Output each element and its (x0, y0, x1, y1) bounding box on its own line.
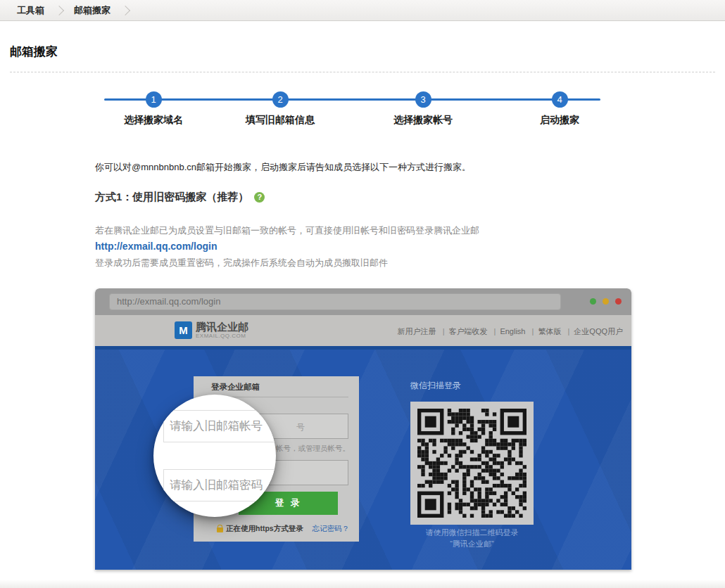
magnified-account-placeholder: 请输入旧邮箱帐号 (163, 410, 276, 442)
login-panel-footer: 正在使用https方式登录 忘记密码？ (217, 524, 349, 534)
help-icon[interactable]: ? (254, 192, 265, 203)
method1-heading: 方式1：使用旧密码搬家（推荐）? (95, 191, 265, 204)
step-3-number: 3 (415, 91, 431, 108)
traffic-light-green-icon (590, 298, 596, 305)
method1-heading-text: 方式1：使用旧密码搬家（推荐） (95, 191, 248, 203)
qr-code-svg (417, 409, 527, 518)
magnified-password-placeholder: 请输入旧邮箱密码 (163, 469, 276, 501)
address-bar: http://exmail.qq.com/login (109, 293, 561, 310)
wechat-caption-line2: “腾讯企业邮” (400, 538, 544, 549)
login-screenshot-image: http://exmail.qq.com/login M 腾讯企业邮 EXMAI… (95, 288, 631, 570)
step-4-number: 4 (552, 91, 568, 108)
exmail-header: M 腾讯企业邮 EXMAIL.QQ.COM 新用户注册 客户端收发 Englis… (95, 315, 631, 346)
link-traditional: 繁体版 (528, 327, 562, 335)
link-client-mail: 客户端收发 (439, 327, 488, 335)
chevron-right-icon (120, 5, 130, 15)
step-1-number: 1 (146, 91, 162, 108)
login-page-body: 登录企业邮箱 号 帐号，或管理员帐号。 登 录 正在使用https方式登录 忘记… (95, 350, 631, 570)
method1-description: 若在腾讯企业邮已为成员设置与旧邮箱一致的帐号，可直接使用旧帐号和旧密码登录腾讯企… (95, 222, 479, 271)
account-hint: 帐号，或管理员帐号。 (276, 444, 350, 454)
method1-desc-line1: 若在腾讯企业邮已为成员设置与旧邮箱一致的帐号，可直接使用旧帐号和旧密码登录腾讯企… (95, 222, 479, 238)
https-note: 正在使用https方式登录 (226, 524, 303, 534)
method1-desc-line2: 登录成功后需要成员重置密码，完成操作后系统会自动为成员搬取旧邮件 (95, 255, 479, 271)
step-2-number: 2 (272, 91, 289, 108)
exmail-logo: M 腾讯企业邮 EXMAIL.QQ.COM (175, 321, 248, 339)
account-input-fragment: 号 (296, 421, 305, 433)
exmail-login-link[interactable]: http://exmail.qq.com/login (95, 241, 217, 252)
divider (10, 72, 715, 72)
link-new-user-register: 新用户注册 (398, 327, 436, 335)
magnifier-circle: 请输入旧邮箱帐号 请输入旧邮箱密码 (153, 395, 276, 517)
chevron-right-icon (54, 5, 64, 15)
breadcrumb-item-toolbox[interactable]: 工具箱 (17, 4, 44, 17)
step-2-label: 填写旧邮箱信息 (246, 114, 315, 127)
step-4: 4 启动搬家 (540, 91, 579, 127)
link-english: English (490, 327, 526, 335)
qr-code (410, 402, 534, 525)
step-3: 3 选择搬家帐号 (393, 91, 453, 127)
breadcrumb-item-mail-migration: 邮箱搬家 (74, 4, 111, 17)
bottom-fade (0, 580, 725, 588)
exmail-logo-title: 腾讯企业邮 (196, 321, 248, 333)
exmail-logo-icon: M (175, 321, 192, 339)
step-progress: 1 选择搬家域名 2 填写旧邮箱信息 3 选择搬家帐号 4 启动搬家 (0, 90, 725, 135)
traffic-light-red-icon (615, 298, 622, 305)
link-qq-user: 企业QQQ用户 (563, 327, 623, 335)
step-2: 2 填写旧邮箱信息 (246, 91, 315, 127)
wechat-scan-title: 微信扫描登录 (410, 380, 461, 392)
page-title: 邮箱搬家 (10, 44, 58, 60)
page: 工具箱 邮箱搬家 邮箱搬家 1 选择搬家域名 2 填写旧邮箱信息 3 选择搬家帐… (0, 0, 725, 588)
traffic-lights (590, 298, 622, 305)
forgot-password-link: 忘记密码？ (313, 524, 350, 534)
step-4-label: 启动搬家 (540, 114, 579, 127)
exmail-logo-text: 腾讯企业邮 EXMAIL.QQ.COM (196, 321, 248, 339)
lock-icon (217, 528, 223, 532)
exmail-header-links: 新用户注册 客户端收发 English 繁体版 企业QQQ用户 (398, 326, 623, 337)
step-1-label: 选择搬家域名 (124, 114, 183, 127)
browser-chrome-bar: http://exmail.qq.com/login (95, 288, 631, 315)
traffic-light-yellow-icon (603, 298, 609, 305)
wechat-caption-line1: 请使用微信扫描二维码登录 (400, 527, 544, 538)
wechat-caption: 请使用微信扫描二维码登录 “腾讯企业邮” (400, 527, 544, 549)
login-panel-title: 登录企业邮箱 (211, 382, 260, 392)
step-3-label: 选择搬家帐号 (393, 114, 453, 127)
intro-text: 你可以对@mnnbnbnb.cn邮箱开始搬家，启动搬家后请告知成员选择以下一种方… (95, 161, 471, 174)
exmail-logo-subtitle: EXMAIL.QQ.COM (196, 333, 248, 339)
step-1: 1 选择搬家域名 (124, 91, 183, 127)
breadcrumb: 工具箱 邮箱搬家 (0, 0, 725, 21)
